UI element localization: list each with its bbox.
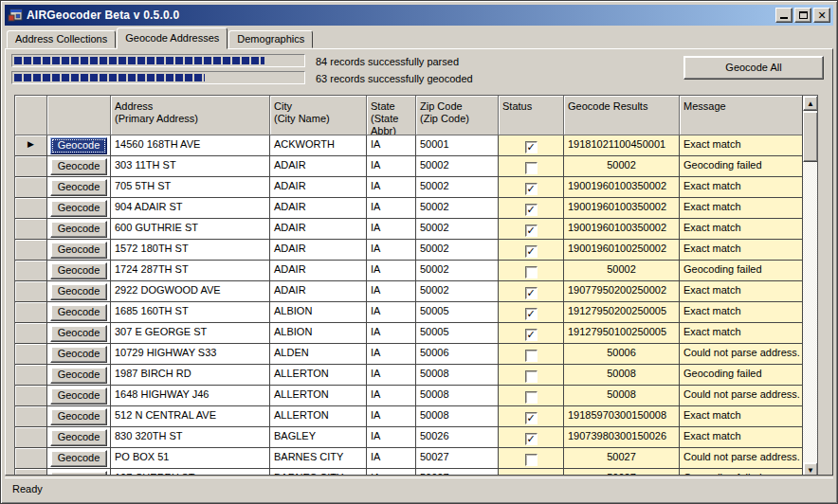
address-cell[interactable]: 10729 HIGHWAY S33 <box>111 344 270 365</box>
zip-cell[interactable]: 50008 <box>416 406 499 427</box>
state-cell[interactable]: IA <box>367 156 416 177</box>
geocode-button[interactable]: Geocode <box>50 304 107 321</box>
state-cell[interactable]: IA <box>367 198 416 219</box>
city-cell[interactable]: ALDEN <box>270 344 367 365</box>
geocode-button[interactable]: Geocode <box>50 283 107 300</box>
address-cell[interactable]: 1572 180TH ST <box>111 240 270 261</box>
geocode-button[interactable]: Geocode <box>50 262 107 279</box>
close-button[interactable]: ✕ <box>813 8 830 23</box>
zip-cell[interactable]: 50002 <box>416 219 499 240</box>
state-cell[interactable]: IA <box>367 302 416 323</box>
state-cell[interactable]: IA <box>367 281 416 302</box>
maximize-button[interactable] <box>794 8 811 23</box>
row-header[interactable] <box>15 302 47 323</box>
geocode-button[interactable]: Geocode <box>50 367 107 384</box>
zip-cell[interactable]: 50027 <box>416 448 499 469</box>
city-cell[interactable]: ADAIR <box>270 281 367 302</box>
zip-cell[interactable]: 50008 <box>416 365 499 386</box>
state-cell[interactable]: IA <box>367 406 416 427</box>
vertical-scrollbar[interactable]: ▲ ▼ <box>802 96 817 476</box>
city-cell[interactable]: BARNES CITY <box>270 469 367 476</box>
zip-cell[interactable]: 50027 <box>416 469 499 476</box>
row-header[interactable] <box>15 365 47 386</box>
zip-cell[interactable]: 50002 <box>416 198 499 219</box>
zip-cell[interactable]: 50002 <box>416 240 499 261</box>
city-cell[interactable]: ADAIR <box>270 240 367 261</box>
geocode-button[interactable]: Geocode <box>50 200 107 217</box>
geocode-all-button[interactable]: Geocode All <box>683 56 824 80</box>
geocode-button[interactable]: Geocode <box>50 242 107 259</box>
state-cell[interactable]: IA <box>367 469 416 476</box>
city-cell[interactable]: BARNES CITY <box>270 448 367 469</box>
city-cell[interactable]: ALLERTON <box>270 365 367 386</box>
city-cell[interactable]: ALLERTON <box>270 406 367 427</box>
geocode-button[interactable]: Geocode <box>50 471 107 477</box>
row-header[interactable] <box>15 386 47 406</box>
address-cell[interactable]: 512 N CENTRAL AVE <box>111 406 270 427</box>
zip-cell[interactable]: 50002 <box>416 281 499 302</box>
status-checkbox-unchecked[interactable] <box>525 454 537 466</box>
state-cell[interactable]: IA <box>367 261 416 281</box>
status-checkbox-checked[interactable]: ✓ <box>525 329 537 341</box>
address-cell[interactable]: 904 ADAIR ST <box>111 198 270 219</box>
geocode-button[interactable]: Geocode <box>50 450 107 467</box>
state-cell[interactable]: IA <box>367 219 416 240</box>
row-header[interactable] <box>15 156 47 177</box>
state-cell[interactable]: IA <box>367 240 416 261</box>
state-cell[interactable]: IA <box>367 135 416 156</box>
scrollbar-thumb[interactable] <box>803 112 818 162</box>
zip-cell[interactable]: 50008 <box>416 386 499 406</box>
row-header[interactable] <box>15 177 47 198</box>
geocode-button[interactable]: Geocode <box>50 137 107 154</box>
row-header[interactable] <box>15 406 47 427</box>
address-cell[interactable]: 107 CHERRY ST <box>111 469 270 476</box>
row-header[interactable] <box>15 448 47 469</box>
address-cell[interactable]: 1724 287TH ST <box>111 261 270 281</box>
state-cell[interactable]: IA <box>367 177 416 198</box>
status-checkbox-checked[interactable]: ✓ <box>525 287 537 299</box>
state-cell[interactable]: IA <box>367 323 416 344</box>
status-checkbox-unchecked[interactable] <box>525 475 537 477</box>
scroll-down-button[interactable]: ▼ <box>803 462 818 476</box>
geocode-button[interactable]: Geocode <box>50 408 107 425</box>
address-cell[interactable]: 2922 DOGWOOD AVE <box>111 281 270 302</box>
zip-cell[interactable]: 50002 <box>416 261 499 281</box>
zip-cell[interactable]: 50006 <box>416 344 499 365</box>
geocode-button[interactable]: Geocode <box>50 179 107 196</box>
city-cell[interactable]: ADAIR <box>270 156 367 177</box>
address-cell[interactable]: PO BOX 51 <box>111 448 270 469</box>
status-checkbox-checked[interactable]: ✓ <box>525 225 537 237</box>
city-cell[interactable]: BAGLEY <box>270 427 367 448</box>
state-cell[interactable]: IA <box>367 386 416 406</box>
address-cell[interactable]: 303 11TH ST <box>111 156 270 177</box>
geocode-button[interactable]: Geocode <box>50 221 107 238</box>
state-cell[interactable]: IA <box>367 427 416 448</box>
zip-cell[interactable]: 50002 <box>416 177 499 198</box>
row-header[interactable] <box>15 261 47 281</box>
row-header[interactable] <box>15 281 47 302</box>
city-cell[interactable]: ADAIR <box>270 198 367 219</box>
address-cell[interactable]: 1685 160TH ST <box>111 302 270 323</box>
state-cell[interactable]: IA <box>367 365 416 386</box>
status-checkbox-unchecked[interactable] <box>525 162 537 174</box>
status-checkbox-checked[interactable]: ✓ <box>525 308 537 320</box>
tab-address-collections[interactable]: Address Collections <box>7 30 116 48</box>
row-header[interactable] <box>15 344 47 365</box>
city-cell[interactable]: ALBION <box>270 302 367 323</box>
status-checkbox-checked[interactable]: ✓ <box>525 141 537 153</box>
row-header[interactable] <box>15 427 47 448</box>
row-header-current[interactable]: ▶ <box>15 135 47 156</box>
tab-geocode-addresses[interactable]: Geocode Addresses <box>117 27 228 49</box>
geocode-button[interactable]: Geocode <box>50 387 107 405</box>
zip-cell[interactable]: 50005 <box>416 323 499 344</box>
address-cell[interactable]: 1648 HIGHWAY J46 <box>111 386 270 406</box>
status-checkbox-unchecked[interactable] <box>525 370 537 383</box>
zip-cell[interactable]: 50002 <box>416 156 499 177</box>
city-cell[interactable]: ADAIR <box>270 177 367 198</box>
address-cell[interactable]: 830 320TH ST <box>111 427 270 448</box>
row-header[interactable] <box>15 240 47 261</box>
geocode-button[interactable]: Geocode <box>50 158 107 175</box>
zip-cell[interactable]: 50001 <box>416 135 499 156</box>
geocode-button[interactable]: Geocode <box>50 429 107 446</box>
geocode-button[interactable]: Geocode <box>50 346 107 363</box>
